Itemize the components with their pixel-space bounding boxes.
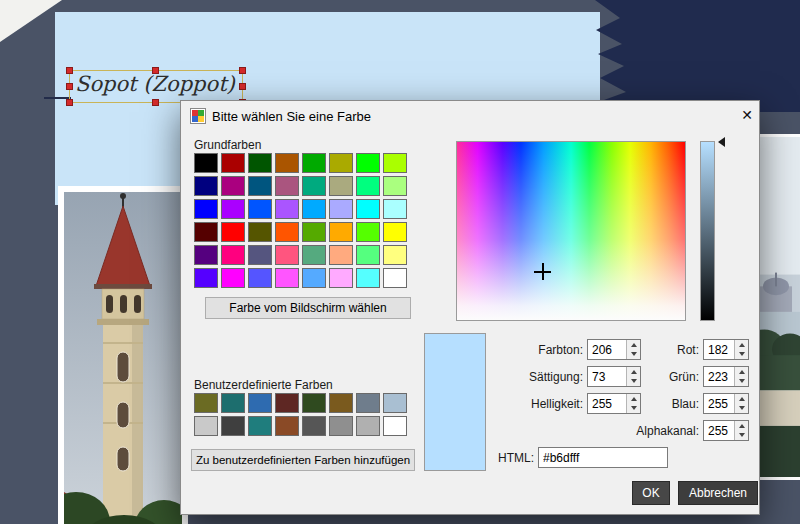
color-swatch[interactable] (221, 176, 245, 196)
color-swatch[interactable] (302, 176, 326, 196)
color-swatch[interactable] (275, 393, 299, 413)
color-swatch[interactable] (356, 176, 380, 196)
color-swatch[interactable] (383, 222, 407, 242)
color-swatch[interactable] (194, 199, 218, 219)
color-swatch[interactable] (383, 416, 407, 436)
page-text[interactable]: Sopot (Zoppot) (75, 72, 235, 96)
color-swatch[interactable] (221, 245, 245, 265)
color-swatch[interactable] (275, 199, 299, 219)
color-swatch[interactable] (356, 393, 380, 413)
color-swatch[interactable] (302, 268, 326, 288)
color-swatch[interactable] (356, 199, 380, 219)
color-swatch[interactable] (221, 199, 245, 219)
color-swatch[interactable] (329, 153, 353, 173)
color-crosshair-icon[interactable] (534, 263, 551, 280)
color-swatch[interactable] (194, 176, 218, 196)
color-swatch[interactable] (194, 245, 218, 265)
color-swatch[interactable] (275, 176, 299, 196)
selection-handle[interactable] (152, 67, 159, 74)
color-swatch[interactable] (275, 153, 299, 173)
html-color-field[interactable] (538, 447, 668, 468)
color-swatch[interactable] (383, 268, 407, 288)
color-swatch[interactable] (221, 416, 245, 436)
spin-buttons[interactable] (734, 421, 748, 440)
color-swatch[interactable] (329, 416, 353, 436)
selection-handle[interactable] (239, 67, 246, 74)
cancel-button[interactable]: Abbrechen (678, 481, 758, 505)
selection-handle[interactable] (152, 99, 159, 106)
color-swatch[interactable] (329, 176, 353, 196)
color-swatch[interactable] (248, 268, 272, 288)
selection-handle[interactable] (66, 67, 73, 74)
selection-handle[interactable] (66, 99, 73, 106)
color-swatch[interactable] (302, 245, 326, 265)
green-input[interactable] (704, 367, 733, 386)
color-swatch[interactable] (356, 416, 380, 436)
close-icon[interactable]: ✕ (737, 105, 757, 125)
color-swatch[interactable] (221, 268, 245, 288)
spin-buttons[interactable] (734, 394, 748, 413)
color-swatch[interactable] (248, 245, 272, 265)
value-slider[interactable] (700, 141, 715, 321)
color-swatch[interactable] (194, 268, 218, 288)
color-swatch[interactable] (356, 222, 380, 242)
spin-buttons[interactable] (734, 340, 748, 359)
ok-button[interactable]: OK (632, 481, 670, 505)
hue-saturation-picker[interactable] (456, 141, 686, 321)
color-swatch[interactable] (383, 245, 407, 265)
color-swatch[interactable] (383, 153, 407, 173)
color-swatch[interactable] (221, 153, 245, 173)
spin-up-icon (735, 394, 748, 404)
selection-handle[interactable] (239, 83, 246, 90)
alpha-input[interactable] (704, 421, 733, 440)
selection-handle[interactable] (66, 83, 73, 90)
color-swatch[interactable] (383, 176, 407, 196)
add-custom-color-button[interactable]: Zu benutzerdefinierten Farben hinzufügen (191, 449, 415, 471)
color-swatch[interactable] (302, 393, 326, 413)
spin-buttons[interactable] (734, 367, 748, 386)
red-input[interactable] (704, 340, 733, 359)
color-swatch[interactable] (248, 393, 272, 413)
color-swatch[interactable] (221, 393, 245, 413)
color-swatch[interactable] (275, 222, 299, 242)
color-swatch[interactable] (383, 393, 407, 413)
green-spinbox[interactable] (703, 366, 749, 387)
alpha-spinbox[interactable] (703, 420, 749, 441)
color-swatch[interactable] (248, 176, 272, 196)
color-swatch[interactable] (248, 416, 272, 436)
value-slider-arrow-icon[interactable] (718, 137, 725, 147)
color-swatch[interactable] (329, 393, 353, 413)
color-swatch[interactable] (329, 245, 353, 265)
color-swatch[interactable] (248, 199, 272, 219)
color-swatch[interactable] (356, 153, 380, 173)
color-swatch[interactable] (329, 199, 353, 219)
blue-input[interactable] (704, 394, 733, 413)
color-swatch[interactable] (302, 199, 326, 219)
color-swatch[interactable] (302, 416, 326, 436)
color-swatch[interactable] (275, 268, 299, 288)
color-swatch[interactable] (194, 393, 218, 413)
color-swatch[interactable] (356, 268, 380, 288)
color-swatch[interactable] (302, 222, 326, 242)
pick-screen-color-button[interactable]: Farbe vom Bildschirm wählen (205, 297, 411, 319)
color-swatch[interactable] (383, 199, 407, 219)
blue-spinbox[interactable] (703, 393, 749, 414)
color-swatch[interactable] (329, 222, 353, 242)
color-swatch[interactable] (248, 222, 272, 242)
red-spinbox[interactable] (703, 339, 749, 360)
tower-photo-image (64, 192, 182, 524)
color-swatch[interactable] (329, 268, 353, 288)
html-color-input[interactable] (539, 448, 667, 467)
color-swatch[interactable] (221, 222, 245, 242)
color-swatch[interactable] (248, 153, 272, 173)
color-swatch[interactable] (356, 245, 380, 265)
color-swatch[interactable] (275, 245, 299, 265)
color-swatch[interactable] (194, 416, 218, 436)
text-selection-frame[interactable]: Sopot (Zoppot) (69, 70, 243, 103)
html-label: HTML: (489, 451, 534, 465)
color-swatch[interactable] (194, 222, 218, 242)
tower-photo[interactable] (58, 186, 188, 524)
color-swatch[interactable] (302, 153, 326, 173)
color-swatch[interactable] (275, 416, 299, 436)
color-swatch[interactable] (194, 153, 218, 173)
